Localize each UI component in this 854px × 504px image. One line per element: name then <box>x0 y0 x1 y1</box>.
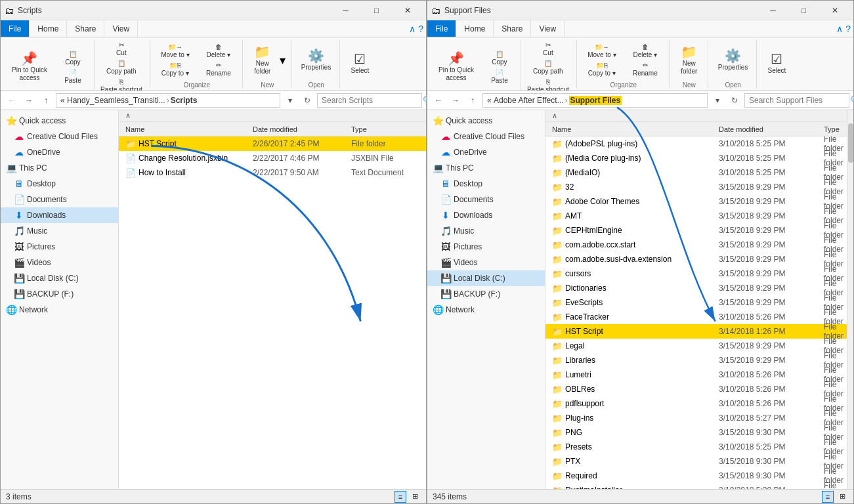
right-cut-btn[interactable]: ✂Cut <box>524 40 572 57</box>
right-minimize-btn[interactable]: ─ <box>758 1 788 20</box>
left-nav-backup[interactable]: 💾 BACKUP (F:) <box>1 286 118 302</box>
left-file-row-1[interactable]: 📄 Change Resolution.jsxbin 2/22/2017 4:4… <box>119 151 426 165</box>
right-file-row-8[interactable]: 📁com.adobe.susi-dva.extension3/15/2018 9… <box>545 252 847 266</box>
right-nav-videos[interactable]: 🎬 Videos <box>427 255 545 270</box>
right-nav-thispc[interactable]: 💻 This PC <box>427 160 545 176</box>
left-copy-path-btn[interactable]: 📋Copy path <box>97 58 146 75</box>
left-copy-btn[interactable]: 📋 Copy <box>53 49 93 66</box>
left-cut-btn[interactable]: ✂Cut <box>97 40 146 57</box>
right-file-row-14[interactable]: 📁Legal3/15/2018 9:29 PMFile folder <box>545 339 847 353</box>
left-back-btn[interactable]: ← <box>5 93 19 108</box>
left-nav-quickaccess[interactable]: ⭐ Quick access <box>1 113 118 129</box>
right-refresh-btn[interactable]: ↻ <box>727 93 742 108</box>
left-pin-btn[interactable]: 📌 Pin to Quickaccess <box>7 48 52 86</box>
left-col-name[interactable]: Name <box>121 125 253 133</box>
left-moveto-btn[interactable]: 📁→Move to ▾ <box>156 43 195 60</box>
right-file-row-16[interactable]: 📁Lumetri3/10/2018 5:26 PMFile folder <box>545 368 847 382</box>
left-delete-btn[interactable]: 🗑Delete ▾ <box>199 43 238 60</box>
right-file-row-4[interactable]: 📁Adobe Color Themes3/15/2018 9:29 PMFile… <box>545 194 847 209</box>
right-nav-localdisk[interactable]: 💾 Local Disk (C:) <box>427 270 545 286</box>
left-properties-btn[interactable]: ⚙️ Properties <box>297 41 336 79</box>
right-help-btn[interactable]: ? <box>845 24 851 34</box>
right-file-row-12[interactable]: 📁FaceTracker3/10/2018 5:26 PMFile folder <box>545 310 847 324</box>
right-tab-home[interactable]: Home <box>456 20 494 37</box>
right-file-row-24[interactable]: 📁RuntimeInstaller3/10/2018 5:30 PMFile f… <box>545 483 847 489</box>
left-tab-view[interactable]: View <box>104 20 138 37</box>
right-file-row-20[interactable]: 📁PNG3/15/2018 9:30 PMFile folder <box>545 425 847 440</box>
left-select-btn[interactable]: ☑ Select <box>345 45 374 83</box>
right-view-large-btn[interactable]: ⊞ <box>836 491 848 503</box>
left-ribbon-collapse[interactable]: ∧ <box>409 24 416 34</box>
left-address-path[interactable]: « Handy_Seamless_Transiti... › Scripts <box>56 93 280 108</box>
right-nav-backup[interactable]: 💾 BACKUP (F:) <box>427 286 545 302</box>
right-file-row-23[interactable]: 📁Required3/15/2018 9:30 PMFile folder <box>545 469 847 483</box>
right-properties-btn[interactable]: ⚙️ Properties <box>714 41 753 79</box>
right-file-row-10[interactable]: 📁Dictionaries3/15/2018 9:29 PMFile folde… <box>545 281 847 295</box>
right-file-row-2[interactable]: 📁(MediaIO)3/10/2018 5:25 PMFile folder <box>545 165 847 180</box>
right-nav-music[interactable]: 🎵 Music <box>427 223 545 239</box>
right-col-name[interactable]: Name <box>548 125 719 133</box>
right-file-row-9[interactable]: 📁cursors3/15/2018 9:29 PMFile folder <box>545 266 847 281</box>
right-col-type[interactable]: Type <box>824 125 844 133</box>
left-rename-btn[interactable]: ✏Rename <box>199 61 238 78</box>
left-dropdown-btn[interactable]: ▾ <box>283 93 297 108</box>
right-copyto-btn[interactable]: 📁⎘Copy to ▾ <box>582 61 622 78</box>
right-forward-btn[interactable]: → <box>448 93 463 108</box>
left-copyto-btn[interactable]: 📁⎘Copy to ▾ <box>156 61 195 78</box>
right-view-details-btn[interactable]: ≡ <box>822 491 834 503</box>
left-tab-file[interactable]: File <box>1 20 30 37</box>
left-minimize-btn[interactable]: ─ <box>331 1 360 20</box>
right-nav-desktop[interactable]: 🖥 Desktop <box>427 176 545 192</box>
left-view-details-btn[interactable]: ≡ <box>395 491 406 503</box>
right-nav-network[interactable]: 🌐 Network <box>427 302 545 318</box>
left-paste-btn[interactable]: 📄 Paste <box>53 68 93 85</box>
right-back-btn[interactable]: ← <box>431 93 446 108</box>
right-file-row-6[interactable]: 📁CEPHtmlEngine3/15/2018 9:29 PMFile fold… <box>545 223 847 238</box>
right-paste-btn[interactable]: 📄 Paste <box>480 68 519 85</box>
right-ribbon-collapse[interactable]: ∧ <box>836 24 843 34</box>
left-view-large-btn[interactable]: ⊞ <box>409 491 421 503</box>
right-address-path[interactable]: « Adobe After Effect... › Support Files <box>482 93 708 108</box>
left-col-date[interactable]: Date modified <box>253 125 351 133</box>
right-nav-quickaccess[interactable]: ⭐ Quick access <box>427 113 545 129</box>
left-up-btn[interactable]: ↑ <box>39 93 53 108</box>
right-pin-btn[interactable]: 📌 Pin to Quickaccess <box>434 48 479 86</box>
new-item-btn[interactable]: ▾ <box>278 53 287 68</box>
right-file-row-18[interactable]: 📁pdflsupport3/10/2018 5:26 PMFile folder <box>545 396 847 411</box>
right-select-btn[interactable]: ☑ Select <box>762 45 791 83</box>
left-refresh-btn[interactable]: ↻ <box>300 93 314 108</box>
right-file-row-15[interactable]: 📁Libraries3/15/2018 9:29 PMFile folder <box>545 353 847 368</box>
left-maximize-btn[interactable]: □ <box>362 1 391 20</box>
right-file-row-13[interactable]: 📁HST Script3/14/2018 1:26 PMFile folder <box>545 324 847 339</box>
right-nav-downloads[interactable]: ⬇ Downloads <box>427 207 545 223</box>
left-nav-network[interactable]: 🌐 Network <box>1 302 118 318</box>
left-close-btn[interactable]: ✕ <box>393 1 422 20</box>
right-nav-documents[interactable]: 📄 Documents <box>427 192 545 207</box>
right-file-row-22[interactable]: 📁PTX3/15/2018 9:30 PMFile folder <box>545 454 847 469</box>
right-tab-share[interactable]: Share <box>494 20 531 37</box>
right-nav-creative[interactable]: ☁ Creative Cloud Files <box>427 129 545 144</box>
right-moveto-btn[interactable]: 📁→Move to ▾ <box>582 43 622 60</box>
right-copy-btn[interactable]: 📋 Copy <box>480 49 519 66</box>
left-help-btn[interactable]: ? <box>418 24 423 34</box>
right-file-row-17[interactable]: 📁OBLRes3/10/2018 5:26 PMFile folder <box>545 382 847 396</box>
right-file-row-7[interactable]: 📁com.adobe.ccx.start3/15/2018 9:29 PMFil… <box>545 238 847 252</box>
left-nav-thispc[interactable]: 💻 This PC <box>1 160 118 176</box>
right-file-row-19[interactable]: 📁Plug-ins3/10/2018 5:27 PMFile folder <box>545 411 847 425</box>
right-file-row-11[interactable]: 📁EveScripts3/15/2018 9:29 PMFile folder <box>545 295 847 310</box>
left-nav-music[interactable]: 🎵 Music <box>1 223 118 239</box>
right-col-date[interactable]: Date modified <box>719 125 824 133</box>
left-col-type[interactable]: Type <box>351 125 423 133</box>
left-search-input[interactable] <box>322 96 420 105</box>
right-scrollbar[interactable] <box>847 110 853 489</box>
right-nav-pictures[interactable]: 🖼 Pictures <box>427 239 545 255</box>
right-file-row-3[interactable]: 📁323/15/2018 9:29 PMFile folder <box>545 180 847 194</box>
left-nav-creative[interactable]: ☁ Creative Cloud Files <box>1 129 118 144</box>
right-search-input[interactable] <box>749 96 847 105</box>
left-file-row-0[interactable]: 📁 HST Script 2/26/2017 2:45 PM File fold… <box>119 136 426 151</box>
right-close-btn[interactable]: ✕ <box>820 1 849 20</box>
left-tab-home[interactable]: Home <box>30 20 67 37</box>
right-file-row-5[interactable]: 📁AMT3/15/2018 9:29 PMFile folder <box>545 209 847 223</box>
left-nav-onedrive[interactable]: ☁ OneDrive <box>1 144 118 160</box>
right-up-btn[interactable]: ↑ <box>465 93 480 108</box>
